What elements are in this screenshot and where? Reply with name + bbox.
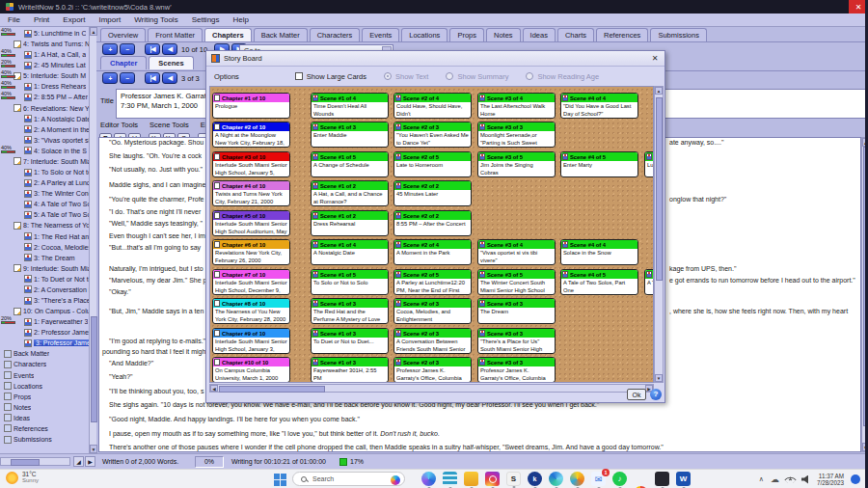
tree-item[interactable]: 10: On Campus - Columb — [0, 306, 96, 316]
sidebar-scrollbar[interactable]: ▲ ▼ — [89, 27, 96, 453]
clock[interactable]: 11:37 AM 7/28/2023 — [817, 473, 844, 487]
tree-item[interactable]: 3: The Winter Concert — [0, 188, 96, 199]
scrollbar-thumb[interactable] — [91, 316, 97, 422]
subtab-chapter[interactable]: Chapter — [100, 56, 147, 69]
scene-card[interactable]: Scene #5 of 5Lunchtime in C — [644, 151, 654, 177]
tree-item[interactable]: 40%5: Lunchtime in C — [0, 28, 96, 39]
game-icon[interactable] — [655, 472, 669, 486]
tree-item[interactable]: Characters — [0, 359, 96, 369]
scene-card[interactable]: Scene #3 of 3Moonlight Serenade,or "Part… — [477, 122, 556, 148]
scroll-up-icon[interactable]: ▲ — [90, 27, 97, 36]
tree-item[interactable]: 8: The Nearness of You: — [0, 220, 96, 230]
chapter-card[interactable]: Chapter #3 of 10Interlude South Miami Se… — [212, 151, 290, 177]
tree-item[interactable]: 3: The Dream — [0, 253, 96, 263]
scrollbar-thumb[interactable] — [656, 97, 663, 281]
editor-scrollbar[interactable]: ▲ ▼ — [861, 137, 868, 452]
scroll-down-icon[interactable]: ▼ — [90, 445, 97, 453]
spotify-icon[interactable]: ♪ — [612, 472, 627, 486]
tab-notes[interactable]: Notes — [486, 28, 521, 41]
menu-file[interactable]: File — [8, 15, 20, 24]
taskbar-search[interactable]: Search — [292, 472, 405, 486]
tree-item[interactable]: 40%1: Dress Rehears — [0, 81, 96, 92]
tree-item[interactable]: Back Matter — [0, 348, 96, 359]
scene-card[interactable]: Scene #1 of 2A Hat, a Call, and a Chance… — [311, 180, 389, 206]
tree-item[interactable]: 2: A Moment in the Pa — [0, 124, 96, 135]
scene-card[interactable]: Scene #2 of 28:55 PM – After the Concert — [393, 210, 472, 236]
corkboard-vscrollbar[interactable]: ▲ ▼ — [654, 86, 664, 383]
tab-references[interactable]: References — [596, 28, 648, 41]
subtab-scenes[interactable]: Scenes — [149, 56, 193, 69]
menu-editor-tools[interactable]: Editor Tools — [100, 121, 138, 131]
tree-item[interactable]: Locations — [0, 381, 96, 392]
tree-item[interactable]: 20%1: Fayerweather 3 — [0, 316, 96, 327]
tree-item[interactable]: 3: "There's a Place for — [0, 295, 96, 306]
tree-item[interactable]: 7: Interlude: South Miami — [0, 156, 96, 167]
tab-ideas[interactable]: Ideas — [523, 28, 556, 41]
tree-item[interactable]: Props — [0, 392, 96, 402]
prev-scene-button[interactable]: ◀ — [162, 72, 177, 84]
scene-card[interactable]: Scene #1 of 5To Solo or Not to Solo — [311, 269, 389, 295]
scene-card[interactable]: Scene #2 of 3Professor James K. Garraty'… — [393, 357, 472, 383]
collapse-sidebar-button[interactable]: ◢ — [73, 456, 84, 467]
tree-item[interactable]: 20%2: 45 Minutes Lat — [0, 60, 96, 70]
scene-card[interactable]: Scene #1 of 2Dress Rehearsal — [311, 210, 389, 236]
scene-card[interactable]: Scene #5 of 5A Tale of Two Solos — [644, 269, 654, 295]
tree-item[interactable]: Notes — [0, 402, 96, 413]
scene-card[interactable]: Scene #4 of 5A Tale of Two Solos, Part O… — [560, 269, 638, 295]
tab-front-matter[interactable]: Front Matter — [148, 28, 203, 41]
tree-item[interactable]: 4: Twists and Turns: New — [0, 39, 96, 49]
tree-item[interactable]: 2: A Conversation Bet — [0, 285, 96, 295]
edge-canary-icon[interactable] — [570, 472, 584, 486]
tree-item[interactable]: 40%2: 8:55 PM – After — [0, 92, 96, 102]
scene-card[interactable]: Scene #3 of 4"Vivas oportet si vis tibi … — [477, 239, 556, 265]
scene-card[interactable]: Scene #3 of 3"There's a Place for Us" So… — [477, 328, 556, 354]
weather-widget[interactable]: 31°C Sunny — [6, 471, 39, 484]
scene-card[interactable]: Scene #4 of 5Enter Marty — [560, 151, 638, 177]
tab-props[interactable]: Props — [449, 28, 484, 41]
radio-show-summary[interactable] — [446, 72, 453, 80]
chapter-card[interactable]: Chapter #1 of 10Prologue — [212, 93, 290, 119]
chapter-card[interactable]: Chapter #2 of 10A Night at the Moonglow … — [212, 122, 290, 148]
tree-item[interactable]: 9: Interlude: South Miami — [0, 263, 96, 274]
word-icon[interactable]: W — [676, 472, 691, 486]
expand-sidebar-button[interactable]: ▶ — [85, 456, 95, 467]
scene-card[interactable]: Scene #2 of 5Late to Homeroom — [393, 151, 472, 177]
scene-card[interactable]: Scene #1 of 4Time Doesn't Heal All Wound… — [311, 93, 389, 119]
tree-item[interactable]: 1: To Duet or Not to D — [0, 274, 96, 285]
tab-charts[interactable]: Charts — [557, 28, 594, 41]
radio-show-reading-age[interactable] — [526, 72, 533, 80]
scene-card[interactable]: Scene #1 of 4A Nostalgic Date — [311, 239, 389, 265]
tab-overview[interactable]: Overview — [100, 28, 146, 41]
tree-item[interactable]: 3: Professor James K. — [0, 338, 96, 348]
remove-scene-button[interactable]: − — [120, 72, 135, 84]
scene-card[interactable]: Scene #1 of 3The Red Hat and the Perfume… — [311, 298, 389, 324]
scrollbar-thumb[interactable] — [863, 147, 868, 426]
tab-events[interactable]: Events — [362, 28, 399, 41]
scroll-down-icon[interactable]: ▼ — [655, 374, 663, 382]
tab-chapters[interactable]: Chapters — [204, 28, 252, 41]
project-tree[interactable]: 40%5: Lunchtime in C4: Twists and Turns:… — [0, 27, 96, 453]
scroll-up-icon[interactable]: ▲ — [655, 87, 663, 95]
tree-item[interactable]: 40%1: A Hat, a Call, a — [0, 49, 96, 60]
notification-badge[interactable] — [851, 474, 860, 484]
chapter-card[interactable]: Chapter #5 of 10Interlude South Miami Se… — [212, 210, 290, 236]
sticky-notes-icon[interactable]: S — [506, 472, 521, 486]
menu-settings[interactable]: Settings — [192, 15, 220, 24]
menu-help[interactable]: Help — [233, 15, 249, 24]
help-icon[interactable]: ? — [650, 389, 662, 400]
scene-card[interactable]: Scene #4 of 4"Did You Have a Good Last D… — [560, 93, 638, 119]
tab-characters[interactable]: Characters — [310, 28, 361, 41]
tab-locations[interactable]: Locations — [401, 28, 448, 41]
remove-chapter-button[interactable]: − — [120, 43, 135, 55]
scene-card[interactable]: Scene #2 of 3Cocoa, Melodies, and Enligh… — [393, 298, 472, 324]
mail-icon[interactable]: ✉1 — [591, 472, 606, 486]
scene-card[interactable]: Scene #2 of 4A Moment in the Park — [393, 239, 472, 265]
tree-item[interactable]: 1: The Red Hat and th — [0, 231, 96, 242]
scene-card[interactable]: Scene #2 of 3"You Haven't Even Asked Me … — [393, 122, 472, 148]
chapter-card[interactable]: Chapter #8 of 10The Nearness of You New … — [212, 298, 290, 324]
tree-hscrollbar[interactable] — [0, 457, 70, 466]
copilot-icon[interactable] — [421, 472, 436, 486]
tree-item[interactable]: Ideas — [0, 413, 96, 423]
add-scene-button[interactable]: + — [102, 72, 118, 84]
chapter-card[interactable]: Chapter #6 of 10Revelations New York Cit… — [212, 239, 290, 265]
